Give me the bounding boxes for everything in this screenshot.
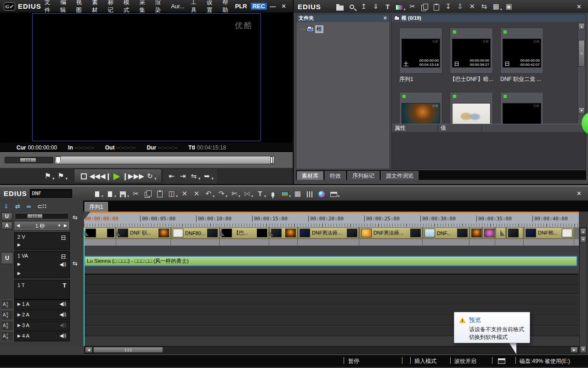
menu-view[interactable]: 视图 [73,0,89,14]
speaker-muted-icon[interactable]: ◀)) [60,322,66,328]
value-column-header[interactable]: 值 [438,124,482,132]
timeline-clip[interactable] [270,227,297,239]
video-track-icon[interactable]: 日 [61,234,66,242]
expand-track-icon[interactable]: ▶ [17,242,21,247]
export-button[interactable]: ➥ [201,170,212,183]
audio-mute-button[interactable]: A [1,222,12,230]
create-title-icon[interactable]: T [382,3,394,11]
copy-clip-icon[interactable] [142,190,154,198]
zoom-slider-handle[interactable]: ❙❙❙ [27,214,43,218]
set-in-point-button[interactable]: ⚑ [42,170,53,183]
expand-track-icon[interactable]: ▶ [17,312,21,317]
timeline-clip[interactable] [483,227,495,239]
menu-settings[interactable]: 设置 [204,0,219,14]
undo-caret-icon[interactable]: ▾ [213,194,215,198]
loop-button[interactable]: ↻ [144,170,155,183]
open-project-caret-icon[interactable]: ▾ [114,194,116,198]
up-folder-icon[interactable]: ↥ [358,2,370,11]
pin-icon[interactable]: ↧ [442,2,454,11]
position-bar[interactable] [55,156,275,164]
track-header-1va[interactable]: 1 VA 日 ▶ ◀)) ▶ [14,251,70,278]
shuttle-slider[interactable]: ❙❙❙ [5,157,53,163]
expand-track-icon[interactable]: ▶ [17,302,21,306]
menu-edit[interactable]: 编辑 [57,0,73,14]
timeline-clip[interactable]: DNF韩... [524,227,574,239]
ripple-delete-icon[interactable]: ✕ [179,190,191,198]
loop-caret-icon[interactable]: ▾ [154,176,157,181]
folder-panel-close-icon[interactable]: ✕ [383,15,387,21]
expand-track-icon[interactable]: ▶ [17,262,21,266]
timeline-clip[interactable]: DNF 职... [116,227,170,239]
video-mute-button[interactable]: U [1,213,12,220]
scroll-up-button[interactable]: ▲ [580,228,586,235]
title-track-icon[interactable]: T [63,282,66,289]
timeline-clip[interactable]: DNF男法师... [360,227,422,239]
transition-caret-icon[interactable]: ▾ [251,194,253,198]
menu-marker[interactable]: 标记 [104,0,120,14]
speaker-icon[interactable]: ◀)) [60,312,66,317]
hscrollbar-thumb[interactable]: ❙❙❙ [93,347,163,353]
track-header-4a[interactable]: ▶ 4 A ◀)) [14,331,70,341]
play-around-caret-icon[interactable]: ▾ [198,176,201,181]
bin-clip-card[interactable]: 优酷 日 00:00:00:00 [399,92,442,124]
timeline-clip[interactable] [84,227,116,239]
view-mode-caret-icon[interactable]: ▾ [500,7,502,12]
colorbars-caret-icon[interactable]: ▾ [404,7,406,12]
scale-right-arrow-icon[interactable]: ▶ [64,223,67,228]
time-scale-selector[interactable]: ◀ 1 秒 ▼ ▶ [15,222,69,230]
track-header-2v[interactable]: 2 V 日 ▶ [14,232,70,250]
delete-icon[interactable]: ✕ [466,2,478,11]
add-to-timeline-icon[interactable]: ⇩ [454,2,466,11]
track-header-3a[interactable]: ▶ 3 A ◀)) [14,321,70,331]
audio-gutter-a12[interactable]: A12 [1,299,13,310]
add-cut-caret-icon[interactable]: ▾ [238,194,240,198]
audio-gutter-a78[interactable]: A78 [1,331,13,341]
timeline-clip[interactable]: 【巴... [220,227,269,239]
property-column-header[interactable]: 属性 [392,124,438,132]
va-mute-button[interactable]: U [1,252,13,264]
timeline-clip[interactable]: DNF男法师... [298,227,359,239]
speaker-icon[interactable]: ◀)) [60,262,66,267]
expand-track-icon[interactable]: ▶ [17,334,21,338]
rewind-button[interactable]: ◀◀ [89,170,100,183]
swap-tracks-icon[interactable]: ⇆ [73,214,78,221]
scale-dropdown-icon[interactable]: ▼ [57,224,61,228]
audio-mixer-icon[interactable] [304,190,316,197]
speaker-icon[interactable]: ◀)) [60,301,66,306]
menu-file[interactable]: 文件 [41,0,57,14]
cut-clip-icon[interactable]: ✂ [130,190,142,198]
timeline-playhead-line[interactable] [84,227,85,346]
export-caret-icon[interactable]: ▾ [211,176,214,181]
stop-button[interactable] [78,170,89,183]
scroll-down-button[interactable]: ▼ [580,236,586,243]
save-caret-icon[interactable]: ▾ [127,194,129,198]
menu-tools[interactable]: 工具 [187,0,203,14]
paste-icon[interactable] [430,2,442,10]
video-track-icon[interactable]: 日 [61,253,66,261]
player-close-button[interactable]: ✕ [278,3,289,10]
bin-scrollbar[interactable]: ▲ ≡ ▼ [577,23,585,124]
shuttle-handle[interactable]: ❙❙❙ [20,158,36,162]
timeline-clip[interactable]: DNF... [423,227,469,239]
scroll-up-button[interactable]: ▲ [578,23,585,30]
bin-clip-card[interactable]: 优酷 00:00:00:00 [500,92,543,124]
position-playhead[interactable] [56,156,61,164]
toolbox-icon[interactable]: ▣ [503,2,515,11]
paste-clip-icon[interactable] [154,190,166,197]
timeline-clip[interactable] [470,227,482,239]
replace-caret-icon[interactable]: ▾ [176,194,178,198]
bin-clip-card[interactable]: 00:00:00:00 [450,92,493,124]
add-to-timeline-mode-icon[interactable]: ⇓ [4,203,9,210]
scroll-down-button[interactable]: ▼ [578,107,585,114]
capture-mode-icon[interactable]: ⊂∷ [37,203,46,210]
timeline-hscrollbar[interactable]: ◀ ❙❙❙ ▶ [84,346,579,354]
fast-forward-button[interactable]: ▶▶ [133,170,144,183]
multicam-grid-icon[interactable]: ▦ [292,190,304,198]
scale-left-arrow-icon[interactable]: ◀ [17,223,20,228]
timeline-clip[interactable] [507,227,523,239]
step-forward-button[interactable]: ❙▶ [122,170,133,183]
step-back-button[interactable]: ◀❙ [100,170,111,183]
scroll-left-button[interactable]: ◀ [85,347,92,353]
redo-caret-icon[interactable]: ▾ [226,194,227,198]
bin-clip-card[interactable]: 优酷 土 00:00:00:0000:04:15:18 [399,28,442,74]
